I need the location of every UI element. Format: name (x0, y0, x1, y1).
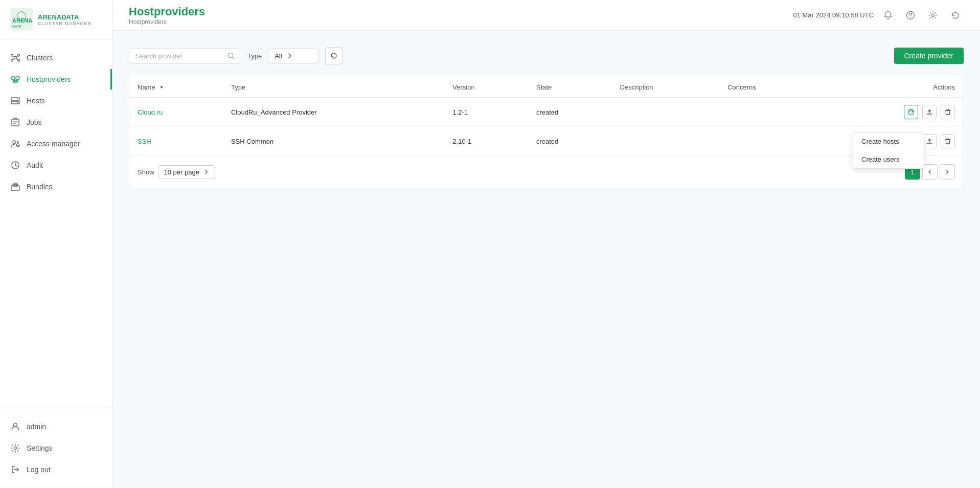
sidebar-item-admin[interactable]: admin (0, 416, 112, 437)
per-page-selector[interactable]: 10 per page (158, 165, 215, 179)
svg-point-44 (908, 109, 914, 115)
create-users-menu-item[interactable]: Create users (853, 150, 924, 168)
prev-page-button[interactable] (922, 164, 938, 180)
audit-icon (10, 160, 20, 170)
sidebar-item-hosts[interactable]: Hosts (0, 91, 112, 111)
notifications-button[interactable] (880, 7, 896, 24)
row-name: Cloud.ru (129, 98, 223, 127)
chevron-right-icon (203, 169, 210, 175)
col-version: Version (444, 77, 528, 98)
hostproviders-table: Name Type Version State Description Conc… (129, 77, 963, 156)
access-manager-icon (10, 139, 20, 149)
gear-icon (928, 11, 938, 20)
sidebar-item-label: admin (27, 423, 46, 431)
refresh-button[interactable] (325, 47, 343, 64)
logout-icon (10, 464, 20, 475)
pagination-row: Show 10 per page 1 (129, 156, 963, 188)
type-label: Type (247, 52, 262, 60)
next-page-button[interactable] (940, 164, 955, 180)
admin-icon (10, 422, 20, 432)
sidebar-item-clusters[interactable]: Clusters (0, 48, 112, 68)
svg-point-22 (17, 102, 18, 103)
svg-point-21 (17, 99, 18, 100)
search-box[interactable] (129, 49, 241, 63)
type-value: All (275, 52, 282, 60)
create-hosts-menu-item[interactable]: Create hosts (853, 132, 924, 150)
row-actions: Create hosts Create users (816, 127, 963, 156)
delete-button[interactable] (941, 105, 955, 119)
clusters-icon (10, 53, 20, 63)
svg-point-7 (11, 59, 13, 61)
svg-rect-14 (16, 77, 19, 79)
trash-icon (944, 138, 951, 145)
svg-point-40 (910, 17, 910, 17)
provider-link[interactable]: Cloud.ru (138, 108, 163, 116)
sidebar-logo: ARENA DATA ARENADATA CLUSTER MANAGER (0, 0, 112, 39)
bundles-icon (10, 182, 20, 192)
svg-line-43 (233, 57, 235, 59)
svg-line-32 (15, 165, 17, 166)
upload-icon (926, 138, 933, 145)
settings-icon (10, 443, 20, 453)
sidebar-item-label: Bundles (27, 183, 53, 191)
table-container: Name Type Version State Description Conc… (129, 77, 964, 188)
settings-header-button[interactable] (925, 7, 941, 24)
header: Hostproviders Hostproviders 01 Mar 2024 … (112, 0, 980, 31)
svg-line-11 (13, 58, 14, 60)
provider-link[interactable]: SSH (138, 138, 151, 145)
svg-rect-23 (12, 119, 19, 126)
svg-text:DATA: DATA (12, 25, 21, 28)
row-state: created (528, 98, 612, 127)
app-logo: ARENA DATA (10, 8, 33, 31)
sidebar-item-jobs[interactable]: Jobs (0, 112, 112, 132)
upload-button[interactable] (922, 105, 937, 119)
sidebar-item-label: Audit (27, 161, 43, 169)
type-select[interactable]: All (268, 49, 319, 63)
row-actions (816, 98, 963, 127)
app-subtitle: CLUSTER MANAGER (38, 21, 92, 26)
show-label: Show (138, 168, 154, 176)
sidebar-item-label: Clusters (27, 54, 53, 62)
col-actions: Actions (816, 77, 963, 98)
bell-icon (883, 11, 893, 20)
create-provider-button[interactable]: Create provider (894, 48, 964, 64)
sync-button[interactable] (904, 105, 918, 119)
col-concerns: Concerns (719, 77, 816, 98)
svg-line-10 (16, 56, 18, 57)
search-icon (227, 52, 235, 59)
sidebar-item-label: Log out (27, 465, 51, 474)
sidebar-item-label: Hosts (27, 97, 45, 105)
row-version: 1.2-1 (444, 98, 528, 127)
row-type: CloudRu_Advanced Provider (223, 98, 444, 127)
search-input[interactable] (135, 52, 223, 60)
sidebar-item-label: Settings (27, 444, 53, 452)
row-description (612, 98, 720, 127)
sidebar-item-hostproviders[interactable]: Hostproviders (0, 69, 112, 90)
svg-rect-13 (11, 77, 15, 79)
sidebar-item-label: Hostproviders (27, 75, 71, 83)
svg-point-28 (17, 142, 19, 143)
sidebar-nav: Clusters Hostproviders (0, 39, 112, 408)
sidebar-item-logout[interactable]: Log out (0, 459, 112, 480)
col-name[interactable]: Name (129, 77, 223, 98)
sidebar-item-bundles[interactable]: Bundles (0, 176, 112, 197)
svg-point-37 (14, 447, 17, 450)
sidebar-item-access-manager[interactable]: Access manager (0, 134, 112, 154)
history-button[interactable] (947, 7, 964, 24)
svg-point-5 (11, 54, 13, 56)
hosts-icon (10, 96, 20, 106)
refresh-icon (330, 52, 338, 60)
row-state: created (528, 127, 612, 156)
upload-button-ssh[interactable] (922, 134, 937, 148)
svg-point-41 (932, 14, 935, 16)
help-button[interactable] (902, 7, 919, 24)
hostproviders-icon (10, 74, 20, 84)
table-row: Cloud.ru CloudRu_Advanced Provider 1.2-1… (129, 98, 963, 127)
row-description (612, 127, 720, 156)
row-version: 2.10-1 (444, 127, 528, 156)
sidebar-item-audit[interactable]: Audit (0, 155, 112, 175)
sidebar-item-settings[interactable]: Settings (0, 438, 112, 458)
chevron-right-icon (945, 169, 950, 174)
delete-button-ssh[interactable] (941, 134, 955, 148)
chevron-right-icon (286, 52, 293, 59)
